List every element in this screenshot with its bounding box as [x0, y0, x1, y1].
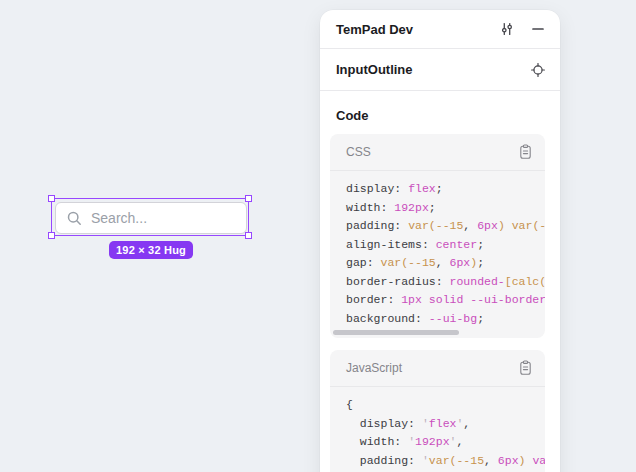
code-line: border-radius: rounded-[calc(v	[346, 273, 545, 292]
js-code: { display: 'flex', width: '192px', paddi…	[330, 387, 545, 472]
selection-handle-top-right[interactable]	[245, 195, 252, 202]
js-code-header: JavaScript	[330, 350, 545, 387]
scrollbar-thumb[interactable]	[333, 330, 459, 335]
css-label: CSS	[346, 145, 371, 159]
code-line: padding: 'var(--15, 6px) va	[346, 452, 545, 471]
search-placeholder: Search...	[91, 210, 147, 226]
js-code-block: JavaScript { display: 'flex', width: '19…	[330, 350, 545, 472]
selection-handle-bottom-left[interactable]	[48, 232, 55, 239]
clipboard-icon[interactable]	[518, 144, 533, 160]
dimension-badge: 192 × 32 Hug	[109, 241, 193, 259]
code-line: padding: var(--15, 6px) var(--	[346, 217, 545, 236]
code-line: border: 1px solid --ui-border-	[346, 291, 545, 310]
code-line: display: flex;	[346, 180, 545, 199]
css-code-block: CSS display: flex;width: 192px;padding: …	[330, 134, 545, 338]
js-label: JavaScript	[346, 361, 402, 375]
component-row: InputOutline	[320, 49, 560, 91]
code-line: align-items: center;	[346, 236, 545, 255]
horizontal-scrollbar[interactable]	[330, 329, 545, 338]
selection-overlay: Search...	[51, 198, 249, 236]
clipboard-icon[interactable]	[518, 360, 533, 376]
component-name: InputOutline	[336, 62, 530, 77]
panel-title: TemPad Dev	[336, 22, 499, 37]
selection-handle-bottom-right[interactable]	[245, 232, 252, 239]
code-line: width: 192px;	[346, 199, 545, 218]
code-line: gap: var(--15, 6px);	[346, 254, 545, 273]
panel-header: TemPad Dev	[320, 10, 560, 49]
tempad-dev-panel: TemPad Dev InputOutline	[320, 10, 560, 472]
minimize-icon[interactable]	[530, 21, 546, 37]
css-code: display: flex;width: 192px;padding: var(…	[330, 171, 545, 338]
code-line: width: '192px',	[346, 433, 545, 452]
code-line: display: 'flex',	[346, 415, 545, 434]
search-input[interactable]: Search...	[55, 202, 247, 234]
selection-handle-top-left[interactable]	[48, 195, 55, 202]
code-line: background: --ui-bg;	[346, 310, 545, 329]
crosshair-icon[interactable]	[530, 62, 546, 78]
code-line: {	[346, 396, 545, 415]
code-section-label: Code	[336, 108, 544, 123]
css-code-header: CSS	[330, 134, 545, 171]
sliders-icon[interactable]	[499, 21, 515, 37]
magnifier-icon	[66, 210, 83, 227]
